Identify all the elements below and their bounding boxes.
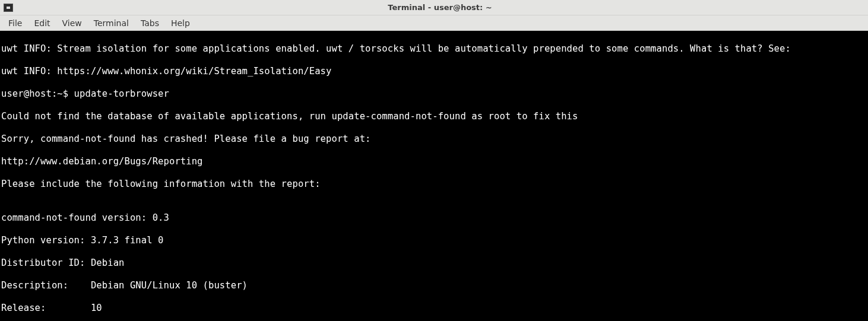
terminal-line: Could not find the database of available… [1, 111, 867, 122]
terminal-line: Python version: 3.7.3 final 0 [1, 235, 867, 246]
terminal-line: Sorry, command-not-found has crashed! Pl… [1, 134, 867, 145]
terminal-line: Release: 10 [1, 303, 867, 314]
menu-view[interactable]: View [56, 17, 88, 30]
terminal-line: command-not-found version: 0.3 [1, 212, 867, 224]
menu-tabs[interactable]: Tabs [135, 17, 165, 30]
menu-terminal[interactable]: Terminal [88, 17, 135, 30]
terminal-app-icon [4, 4, 13, 12]
menu-help[interactable]: Help [165, 17, 196, 30]
window-titlebar: Terminal - user@host: ~ [0, 0, 868, 15]
terminal-line: http://www.debian.org/Bugs/Reporting [1, 156, 867, 167]
menu-edit[interactable]: Edit [28, 17, 56, 30]
terminal-line: uwt INFO: https://www.whonix.org/wiki/St… [1, 66, 867, 77]
menubar: File Edit View Terminal Tabs Help [0, 15, 868, 31]
terminal-line: Please include the following information… [1, 179, 867, 190]
terminal-line: uwt INFO: Stream isolation for some appl… [1, 43, 867, 55]
terminal-output[interactable]: uwt INFO: Stream isolation for some appl… [0, 31, 868, 321]
terminal-line: user@host:~$ update-torbrowser [1, 88, 867, 100]
menu-file[interactable]: File [2, 17, 28, 30]
window-title: Terminal - user@host: ~ [15, 3, 864, 12]
terminal-line: Description: Debian GNU/Linux 10 (buster… [1, 280, 867, 291]
terminal-line: Distributor ID: Debian [1, 258, 867, 269]
